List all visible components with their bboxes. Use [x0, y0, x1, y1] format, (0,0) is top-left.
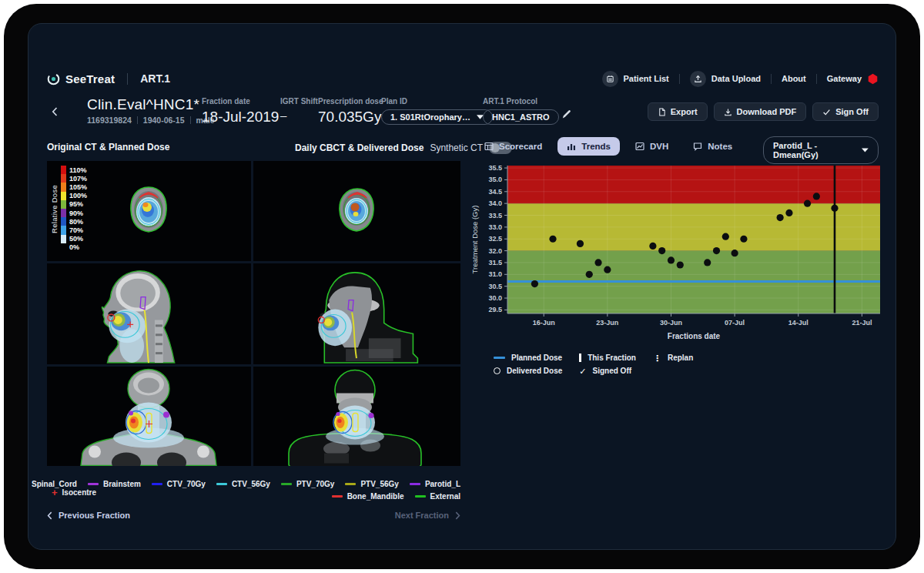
- plan-id-label: Plan ID: [381, 97, 493, 106]
- delivered-dose-point[interactable]: [777, 214, 784, 221]
- colorbar-label: 80%: [69, 218, 83, 226]
- structure-legend-item: Bone_Mandible: [332, 492, 404, 501]
- delivered-dose-point[interactable]: [594, 259, 601, 266]
- ct-sagittal-planned-panel[interactable]: [47, 263, 251, 364]
- protocol-value: HNC1_ASTRO: [492, 112, 550, 122]
- tab-notes[interactable]: Notes: [684, 137, 742, 156]
- colorbar-label: 107%: [69, 175, 87, 183]
- y-tick-label: 31.0: [488, 270, 502, 278]
- structure-label: CTV_56Gy: [232, 480, 270, 488]
- tab-trends[interactable]: Trends: [557, 137, 620, 156]
- ct-axial-planned-panel[interactable]: Relative Dose 110%107%105%100%95%90%80%7…: [47, 161, 251, 261]
- patient-list-icon: [602, 71, 618, 87]
- back-button[interactable]: [52, 106, 58, 119]
- delivered-dose-point[interactable]: [658, 247, 665, 254]
- line-marker-icon: [494, 357, 505, 359]
- colorbar-title: Relative Dose: [50, 166, 59, 252]
- delivered-dose-point[interactable]: [804, 200, 811, 207]
- metric-selector-dropdown[interactable]: Parotid_L - Dmean(Gy): [763, 136, 879, 164]
- colorbar-label: 70%: [69, 226, 83, 234]
- ct-coronal-cbct-panel[interactable]: [253, 367, 460, 466]
- delivered-dose-point[interactable]: [722, 233, 729, 240]
- colorbar-swatch: [61, 235, 66, 243]
- y-axis-title: Treatment Dose (Gy): [470, 206, 479, 274]
- delivered-dose-point[interactable]: [713, 247, 720, 254]
- nav-patient-list-label: Patient List: [624, 74, 669, 83]
- chart-legend-item: ⋮Replan: [653, 354, 693, 362]
- colorbar-swatch: [61, 166, 66, 174]
- structure-legend-item: CTV_70Gy: [152, 480, 206, 488]
- colorbar-label: 105%: [69, 183, 87, 191]
- chart-legend-row: Delivered Dose✓Signed Off: [494, 367, 889, 375]
- x-tick-label: 21-Jul: [852, 319, 872, 327]
- chevron-left-icon: [47, 511, 52, 520]
- export-label: Export: [671, 107, 698, 116]
- delivered-dose-point[interactable]: [577, 240, 584, 247]
- plan-id-dropdown[interactable]: 1. S01RtOrophary…: [381, 109, 493, 125]
- edit-protocol-icon[interactable]: [561, 109, 572, 122]
- patient-name: Clin.Eval^HNC1*: [87, 96, 214, 113]
- tab-dvh[interactable]: DVH: [626, 137, 678, 156]
- chart-legend-label: Replan: [668, 354, 693, 362]
- ct-axial-cbct-panel[interactable]: [253, 161, 460, 261]
- chart-legend-label: Delivered Dose: [507, 367, 562, 375]
- divider: [190, 116, 191, 124]
- top-nav: SeeTreat ART.1 Patient List Data Upload: [47, 69, 879, 89]
- export-button[interactable]: Export: [648, 102, 708, 121]
- delivered-dose-point[interactable]: [604, 266, 611, 273]
- ct-sagittal-cbct-panel[interactable]: [253, 263, 460, 364]
- nav-gateway[interactable]: Gateway: [827, 73, 879, 85]
- download-pdf-button[interactable]: Download PDF: [714, 102, 807, 121]
- chevron-right-icon: [455, 511, 460, 520]
- delivered-dose-point[interactable]: [586, 271, 593, 278]
- chart-legend-item: This Fraction: [579, 354, 636, 362]
- tab-scorecard[interactable]: Scorecard: [475, 137, 551, 156]
- plan-id-value: 1. S01RtOrophary…: [390, 112, 470, 122]
- nav-patient-list[interactable]: Patient List: [602, 71, 669, 87]
- x-tick-label: 30-Jun: [660, 319, 682, 327]
- delivered-dose-point[interactable]: [813, 193, 820, 199]
- structure-label: CTV_70Gy: [167, 480, 206, 488]
- structure-legend-item: PTV_56Gy: [345, 480, 398, 488]
- delivered-dose-point[interactable]: [704, 259, 711, 266]
- nav-about[interactable]: About: [782, 74, 806, 83]
- ct-coronal-planned-panel[interactable]: [47, 367, 251, 466]
- nav-divider: [679, 74, 680, 84]
- trends-icon: [567, 142, 576, 151]
- nav-divider: [771, 74, 772, 84]
- delivered-dose-point[interactable]: [549, 236, 556, 243]
- colorbar-entry: 50%: [61, 235, 87, 243]
- chart-legend-label: Signed Off: [592, 367, 631, 375]
- delivered-dose-point[interactable]: [531, 280, 538, 287]
- delivered-dose-point[interactable]: [668, 256, 675, 263]
- sign-off-button[interactable]: Sign Off: [812, 102, 879, 121]
- colorbar-label: 100%: [69, 192, 87, 199]
- next-fraction-button[interactable]: Next Fraction: [395, 511, 460, 520]
- nav-divider: [816, 74, 817, 84]
- x-tick-label: 16-Jun: [533, 319, 555, 327]
- seetreat-logo-icon: [47, 72, 60, 85]
- delivered-dose-point[interactable]: [740, 236, 747, 243]
- chart-legend-item: Planned Dose: [494, 354, 562, 362]
- colorbar-label: 95%: [69, 200, 83, 208]
- header-actions: Export Download PDF Sign Off: [648, 102, 879, 121]
- colorbar-label: 50%: [69, 235, 83, 243]
- ct-coronal-planned-image: [47, 367, 251, 466]
- delivered-dose-point[interactable]: [732, 250, 738, 256]
- colorbar-swatch: [61, 183, 66, 191]
- delivered-dose-point[interactable]: [677, 261, 684, 268]
- delivered-dose-point[interactable]: [785, 209, 792, 216]
- chart-legend: Planned DoseThis Fraction⋮ReplanDelivere…: [494, 354, 889, 375]
- ct-sagittal-planned-image: [47, 263, 251, 364]
- chart-legend-label: This Fraction: [588, 354, 636, 362]
- fraction-navigation: Previous Fraction Next Fraction: [47, 511, 460, 520]
- app-window: SeeTreat ART.1 Patient List Data Upload: [28, 23, 896, 550]
- delivered-dose-point[interactable]: [831, 205, 838, 212]
- structure-label: Parotid_L: [425, 480, 460, 488]
- x-tick-label: 07-Jul: [725, 319, 745, 327]
- x-tick-label: 23-Jun: [596, 319, 618, 327]
- delivered-dose-point[interactable]: [649, 243, 656, 250]
- previous-fraction-button[interactable]: Previous Fraction: [47, 511, 130, 520]
- nav-data-upload[interactable]: Data Upload: [690, 71, 761, 87]
- y-tick-label: 35.0: [488, 176, 502, 183]
